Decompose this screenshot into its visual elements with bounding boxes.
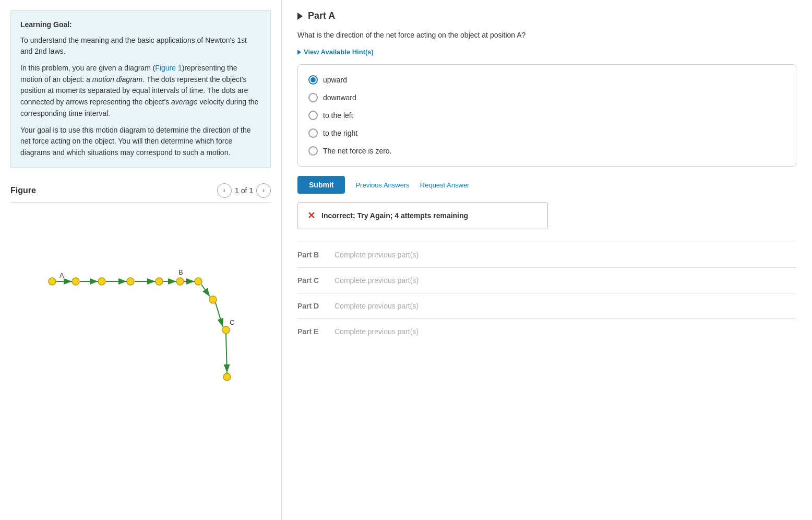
- part-c-section: Part C Complete previous part(s): [297, 267, 796, 293]
- part-b-section: Part B Complete previous part(s): [297, 242, 796, 267]
- submit-button[interactable]: Submit: [297, 176, 345, 194]
- dot-c: [222, 326, 230, 334]
- radio-downward: [308, 93, 318, 102]
- part-e-label: Part E: [297, 327, 326, 336]
- radio-upward: [308, 75, 318, 85]
- option-upward[interactable]: upward: [306, 71, 787, 89]
- arrow-bc2: [216, 303, 223, 327]
- arrow-cd: [226, 334, 227, 373]
- figure-svg: A B: [10, 211, 261, 388]
- part-c-status: Complete previous part(s): [335, 276, 419, 285]
- arrow-bc1: [201, 285, 210, 297]
- left-panel: Learning Goal: To understand the meaning…: [0, 0, 282, 520]
- radio-zero: [308, 146, 318, 156]
- previous-answers-link[interactable]: Previous Answers: [355, 181, 409, 189]
- figure-next-button[interactable]: ›: [256, 183, 271, 198]
- part-d-status: Complete previous part(s): [335, 302, 419, 310]
- learning-goal-p2: In this problem, you are given a diagram…: [20, 63, 261, 119]
- dot-d: [223, 373, 231, 381]
- dot-1: [72, 278, 79, 285]
- request-answer-link[interactable]: Request Answer: [420, 181, 470, 189]
- radio-upward-dot: [311, 77, 316, 82]
- point-a-label: A: [59, 271, 64, 279]
- part-b-status: Complete previous part(s): [335, 251, 419, 259]
- dot-5: [176, 278, 184, 285]
- dot-4: [156, 278, 163, 285]
- figure-section: Figure ‹ 1 of 1 › A: [10, 183, 271, 388]
- options-box: upward downward to the left to the right…: [297, 64, 796, 167]
- part-d-label: Part D: [297, 302, 326, 310]
- hint-triangle-icon: [297, 50, 301, 55]
- part-c-label: Part C: [297, 276, 326, 285]
- learning-goal-title: Learning Goal:: [20, 19, 261, 31]
- action-row: Submit Previous Answers Request Answer: [297, 176, 796, 194]
- option-zero-label: The net force is zero.: [323, 147, 392, 155]
- option-downward-label: downward: [323, 93, 356, 102]
- dot-a: [49, 278, 56, 285]
- incorrect-icon: ✕: [307, 210, 315, 221]
- learning-goal-p1: To understand the meaning and the basic …: [20, 35, 261, 57]
- part-a-header: Part A: [297, 10, 796, 21]
- learning-goal-p3: Your goal is to use this motion diagram …: [20, 125, 261, 159]
- option-to-the-left[interactable]: to the left: [306, 107, 787, 124]
- radio-to-the-left: [308, 111, 318, 120]
- part-b-label: Part B: [297, 251, 326, 259]
- part-d-section: Part D Complete previous part(s): [297, 293, 796, 318]
- radio-to-the-right: [308, 128, 318, 138]
- point-c-label: C: [230, 318, 234, 326]
- dot-bc1: [209, 296, 217, 303]
- figure-page-indicator: 1 of 1: [235, 186, 253, 195]
- option-upward-label: upward: [323, 76, 347, 84]
- hint-label: View Available Hint(s): [304, 48, 374, 56]
- feedback-text: Incorrect; Try Again; 4 attempts remaini…: [321, 211, 468, 220]
- dot-2: [98, 278, 105, 285]
- part-e-status: Complete previous part(s): [335, 327, 419, 336]
- figure-nav: ‹ 1 of 1 ›: [217, 183, 271, 198]
- part-a-label: Part A: [308, 10, 335, 21]
- collapse-triangle-icon: [297, 13, 303, 20]
- figure-title: Figure: [10, 186, 36, 195]
- option-zero[interactable]: The net force is zero.: [306, 142, 787, 160]
- figure-header: Figure ‹ 1 of 1 ›: [10, 183, 271, 203]
- option-downward[interactable]: downward: [306, 89, 787, 107]
- part-e-section: Part E Complete previous part(s): [297, 318, 796, 344]
- right-panel: Part A What is the direction of the net …: [282, 0, 812, 520]
- figure-link[interactable]: Figure 1: [155, 64, 182, 72]
- part-a-question: What is the direction of the net force a…: [297, 30, 796, 41]
- option-to-the-right-label: to the right: [323, 129, 357, 137]
- learning-goal-box: Learning Goal: To understand the meaning…: [10, 10, 271, 168]
- option-to-the-right[interactable]: to the right: [306, 124, 787, 142]
- option-to-the-left-label: to the left: [323, 111, 353, 120]
- point-b-label: B: [178, 268, 183, 276]
- hint-link[interactable]: View Available Hint(s): [297, 48, 796, 56]
- feedback-box: ✕ Incorrect; Try Again; 4 attempts remai…: [297, 202, 548, 229]
- dot-b: [195, 278, 202, 285]
- dot-3: [127, 278, 134, 285]
- figure-prev-button[interactable]: ‹: [217, 183, 232, 198]
- figure-canvas: A B: [10, 211, 261, 388]
